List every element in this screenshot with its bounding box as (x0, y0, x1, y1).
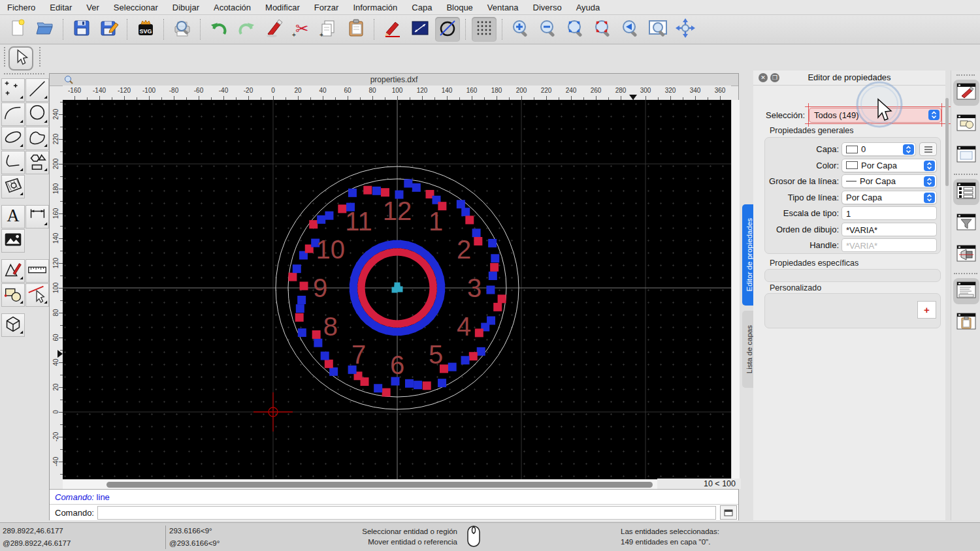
dock-block-list-button[interactable] (953, 111, 979, 137)
undo-button[interactable] (206, 17, 231, 42)
line-tool-button[interactable] (408, 17, 433, 42)
layer-menu-button[interactable] (919, 142, 937, 156)
grid-toggle-button[interactable] (472, 17, 497, 42)
menu-item-fichero[interactable]: Fichero (0, 3, 42, 12)
circle-tool-button[interactable] (435, 17, 460, 42)
tool-circle-button[interactable] (25, 102, 49, 126)
copy-button[interactable]: + (316, 17, 341, 42)
tool-spline-button[interactable] (25, 127, 49, 150)
tool-points-button[interactable] (1, 78, 25, 102)
tool-shape-edit-button[interactable] (1, 283, 25, 307)
field-combo-2[interactable]: Por Capa (841, 174, 937, 188)
field-input-6[interactable]: *VARIA* (841, 238, 937, 252)
tool-arc-button[interactable] (1, 102, 25, 126)
tool-ellipse-button[interactable] (1, 127, 25, 150)
vertical-scrollbar[interactable] (731, 100, 740, 479)
dock-clipboard-panel-button[interactable] (953, 309, 979, 336)
panel-scrollbar[interactable] (945, 98, 949, 186)
menu-item-seleccionar[interactable]: Seleccionar (106, 3, 165, 12)
dock-command-options-button[interactable] (953, 242, 979, 268)
v-ruler-cursor-marker (57, 350, 63, 358)
pen-icon (383, 18, 402, 40)
tool-dimension-button[interactable] (25, 205, 49, 228)
paste-button[interactable] (344, 17, 368, 42)
horizontal-scrollbar-thumb[interactable] (106, 482, 653, 488)
field-input-4[interactable]: 1 (841, 206, 937, 220)
tool-select-entity-button[interactable] (25, 283, 49, 307)
general-properties-title: Propiedades generales (770, 126, 854, 135)
zoom-out-button[interactable] (536, 17, 561, 42)
zoom-select-button[interactable] (591, 17, 615, 42)
tool-text-button[interactable]: A (1, 205, 25, 228)
svg-text:5: 5 (429, 340, 443, 369)
horizontal-scrollbar[interactable] (63, 479, 731, 489)
save-as-button[interactable] (97, 17, 122, 42)
menu-item-bloque[interactable]: Bloque (439, 3, 480, 12)
menu-item-ayuda[interactable]: Ayuda (569, 3, 608, 12)
menu-item-forzar[interactable]: Forzar (307, 3, 346, 12)
tool-line-button[interactable] (25, 78, 49, 102)
print-preview-button[interactable] (170, 17, 195, 42)
new-file-button[interactable] (5, 17, 30, 42)
dock-layer-list-button[interactable] (953, 179, 979, 205)
dock-layer-filter-button[interactable] (953, 210, 979, 236)
zoom-pan-button[interactable] (673, 17, 698, 42)
dock-library-browser-button[interactable] (953, 142, 979, 168)
add-custom-property-button[interactable]: + (917, 301, 936, 319)
command-window-button[interactable] (720, 505, 737, 520)
menu-item-ver[interactable]: Ver (79, 3, 106, 12)
stepper-icon[interactable] (924, 161, 935, 171)
dock-property-editor-button[interactable] (953, 80, 979, 106)
redo-button[interactable] (234, 17, 259, 42)
tool-polygon-button[interactable] (25, 151, 49, 174)
drawing-canvas[interactable]: 121234567891011 (63, 100, 731, 479)
menu-item-modificar[interactable]: Modificar (258, 3, 307, 12)
undo-icon (209, 18, 229, 40)
line-tool-icon (410, 18, 430, 40)
tool-circle-icon (26, 102, 48, 127)
field-combo-1[interactable]: Por Capa (841, 159, 937, 172)
zoom-previous-button[interactable] (618, 17, 643, 42)
field-combo-3[interactable]: Por Capa (841, 191, 937, 204)
menu-item-ventana[interactable]: Ventana (480, 3, 526, 12)
svg-export-button[interactable]: SVG (133, 17, 158, 42)
tool-image-button[interactable] (1, 229, 25, 253)
float-panel-icon[interactable]: ❐ (770, 73, 779, 82)
close-icon[interactable]: ✕ (759, 73, 768, 82)
stepper-icon[interactable] (924, 193, 935, 203)
cut-button[interactable]: ✂+ (289, 17, 314, 42)
pen-button[interactable] (380, 17, 405, 42)
zoom-window-button[interactable] (645, 17, 670, 42)
tool-modify-button[interactable] (1, 259, 25, 283)
menu-item-informacion[interactable]: Información (346, 3, 404, 12)
tool-box-3d-button[interactable] (1, 313, 25, 337)
command-input[interactable] (97, 506, 716, 520)
menu-item-acotacion[interactable]: Acotación (206, 3, 258, 12)
zoom-in-button[interactable] (508, 17, 533, 42)
field-input-5[interactable]: *VARIA* (841, 223, 937, 236)
selection-dropdown[interactable]: Todos (149) (809, 108, 941, 123)
svg-text:7: 7 (351, 340, 366, 369)
zoom-auto-button[interactable] (563, 17, 588, 42)
tool-hatch-button[interactable] (1, 175, 25, 198)
stepper-icon[interactable] (928, 110, 939, 120)
stepper-icon[interactable] (924, 176, 935, 187)
delete-button[interactable] (261, 17, 286, 42)
stepper-icon[interactable] (903, 144, 914, 155)
menu-item-dibujar[interactable]: Dibujar (165, 3, 206, 12)
tool-measure-button[interactable] (25, 259, 49, 283)
layer-list-icon (955, 180, 977, 204)
menu-item-diverso[interactable]: Diverso (526, 3, 569, 12)
menu-item-capa[interactable]: Capa (404, 3, 439, 12)
select-arrow-button[interactable] (8, 46, 33, 71)
dock-command-history-button[interactable] (953, 278, 979, 304)
menu-item-editar[interactable]: Editar (42, 3, 79, 12)
save-button[interactable] (69, 17, 94, 42)
svg-text:8: 8 (323, 312, 338, 341)
custom-properties-title: Personalizado (770, 283, 821, 292)
open-file-button[interactable] (33, 17, 57, 42)
tool-polyline-button[interactable] (1, 151, 25, 174)
field-combo-0[interactable]: 0 (841, 142, 916, 156)
panel-body: Selección:Todos (149)Propiedades general… (753, 85, 945, 520)
open-file-icon (35, 18, 55, 40)
